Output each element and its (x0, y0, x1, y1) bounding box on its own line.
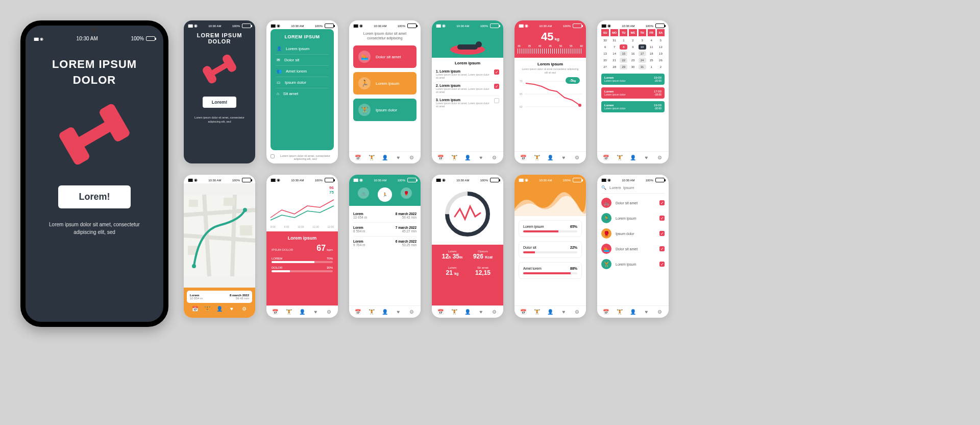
calendar-day[interactable]: 1 (620, 38, 627, 43)
item-check[interactable]: ✓ (494, 84, 499, 89)
filter-check[interactable]: ✓ (659, 231, 665, 236)
consent-checkbox[interactable] (271, 154, 275, 158)
nav-calendar-icon[interactable]: 📅 (268, 309, 282, 315)
calendar-day[interactable]: 26 (657, 58, 665, 63)
event-item[interactable]: LoremLorem ipsum dolor19:00-20:00 (601, 101, 665, 112)
calendar-day[interactable]: 19 (657, 51, 665, 56)
calendar-day[interactable]: 20 (601, 58, 609, 63)
nav-gear-icon[interactable]: ⚙ (653, 155, 667, 160)
calendar-day[interactable]: 5 (657, 38, 665, 43)
map-view[interactable] (184, 183, 255, 288)
nav-gear-icon[interactable]: ⚙ (238, 306, 250, 312)
calendar-day[interactable]: 21 (610, 58, 618, 63)
calendar-day[interactable]: 7 (610, 44, 618, 50)
calendar-day[interactable]: 28 (610, 64, 618, 69)
calendar-day[interactable]: 17 (639, 51, 646, 56)
filter-check[interactable]: ✓ (659, 246, 665, 251)
plan-item[interactable]: 1. Lorem ipsumLorem ipsum dolor sit amet… (436, 67, 499, 82)
nav-heart-icon[interactable]: ♥ (640, 309, 653, 315)
nav-calendar-icon[interactable]: 📅 (434, 309, 447, 315)
nav-calendar-icon[interactable]: 📅 (599, 309, 612, 315)
nav-calendar-icon[interactable]: 📅 (599, 155, 612, 160)
nav-dumbbell-icon[interactable]: 🏋 (282, 309, 295, 315)
calendar-day[interactable]: 3 (639, 38, 646, 43)
nav-dumbbell-icon[interactable]: 🏋 (201, 306, 213, 312)
nav-dumbbell-icon[interactable]: 🏋 (530, 309, 543, 315)
field-email[interactable]: ✉Dolor sit (276, 55, 329, 66)
cta-button[interactable]: Lorem! (203, 97, 237, 108)
nav-dumbbell-icon[interactable]: 🏋 (447, 309, 460, 315)
calendar-day[interactable]: 2 (629, 38, 636, 43)
tab-run-icon[interactable]: 🏃 (378, 187, 392, 202)
nav-user-icon[interactable]: 👤 (544, 309, 557, 315)
filter-row[interactable]: 🏃Lorem ipsum✓ (601, 213, 665, 223)
nav-heart-icon[interactable]: ♥ (640, 155, 653, 160)
calendar-day[interactable]: 24 (639, 58, 646, 63)
field-social[interactable]: 👥Amet lorem (276, 66, 329, 77)
calendar-day[interactable]: 15 (620, 51, 627, 56)
nav-user-icon[interactable]: 👤 (626, 309, 640, 315)
event-item[interactable]: LoremLorem ipsum dolor19:00-20:00 (601, 74, 665, 85)
nav-heart-icon[interactable]: ♥ (557, 309, 570, 315)
field-card[interactable]: ▭Ipsum dolor (276, 77, 329, 88)
calendar-day[interactable]: 18 (648, 51, 655, 56)
calendar-day[interactable]: 16 (629, 51, 636, 56)
item-check[interactable] (494, 98, 499, 103)
plan-item[interactable]: 2. Lorem ipsumLorem ipsum dolor sit amet… (436, 82, 499, 96)
calendar-day[interactable]: 31 (639, 64, 646, 69)
nav-gear-icon[interactable]: ⚙ (323, 309, 336, 315)
nav-gear-icon[interactable]: ⚙ (571, 309, 584, 315)
nav-user-icon[interactable]: 👤 (461, 155, 474, 160)
nav-user-icon[interactable]: 👤 (378, 155, 391, 160)
filter-check[interactable]: ✓ (659, 262, 665, 267)
plan-item[interactable]: 3. Lorem ipsumLorem ipsum dolor sit amet… (436, 96, 499, 110)
calendar-day[interactable]: 31 (610, 38, 618, 43)
category-run[interactable]: 🏃Lorem ipsum (353, 72, 416, 95)
calendar-day[interactable]: 8 (620, 44, 627, 50)
nav-calendar-icon[interactable]: 📅 (517, 309, 530, 315)
filter-row[interactable]: 🥊Ipsum dolor✓ (601, 228, 665, 239)
filter-check[interactable]: ✓ (659, 200, 665, 205)
nav-dumbbell-icon[interactable]: 🏋 (364, 309, 378, 315)
event-item[interactable]: LoremLorem ipsum dolor17:00-18:00 (601, 87, 665, 99)
nav-heart-icon[interactable]: ♥ (391, 309, 405, 315)
search-input[interactable] (609, 185, 665, 190)
nav-calendar-icon[interactable]: 📅 (517, 155, 530, 160)
nav-user-icon[interactable]: 👤 (626, 155, 640, 160)
calendar-day[interactable]: 22 (620, 58, 627, 63)
progress-card[interactable]: Dolor sit22% (519, 241, 582, 258)
tab-box-icon[interactable]: 🥊 (401, 187, 412, 199)
progress-card[interactable]: Amet lorem88% (519, 262, 582, 279)
nav-gear-icon[interactable]: ⚙ (653, 309, 667, 315)
nav-calendar-icon[interactable]: 📅 (189, 306, 201, 312)
nav-user-icon[interactable]: 👤 (544, 155, 557, 160)
nav-gear-icon[interactable]: ⚙ (571, 155, 584, 160)
nav-heart-icon[interactable]: ♥ (391, 155, 405, 160)
consent-row[interactable]: Lorem ipsum dolor sit amet, consectetur … (271, 154, 334, 160)
ruler[interactable]: 30354045505560 (514, 44, 586, 48)
category-swim[interactable]: 🏊Dolor sit amet (353, 45, 416, 68)
nav-calendar-icon[interactable]: 📅 (434, 155, 447, 160)
search-row[interactable]: 🔍 (601, 183, 665, 194)
category-gym[interactable]: 🏋Ipsum dolor (353, 99, 416, 121)
log-row[interactable]: Lorem8 594 m7 march 202245:27 min (353, 223, 416, 237)
calendar-day[interactable]: 9 (629, 44, 636, 50)
field-home[interactable]: ⌂Sit amet (276, 88, 329, 99)
nav-gear-icon[interactable]: ⚙ (405, 309, 419, 315)
nav-gear-icon[interactable]: ⚙ (405, 155, 419, 160)
calendar-body[interactable]: 3031123456789101112131415161718192021222… (601, 38, 665, 69)
nav-user-icon[interactable]: 👤 (461, 309, 474, 315)
tab-bike-icon[interactable]: 🚲 (358, 187, 369, 199)
log-row[interactable]: Lorem9 764 m6 march 202253:25 min (353, 237, 416, 250)
calendar-day[interactable]: 1 (648, 64, 655, 69)
nav-gear-icon[interactable]: ⚙ (488, 155, 501, 160)
calendar-day[interactable]: 27 (601, 64, 609, 69)
nav-dumbbell-icon[interactable]: 🏋 (530, 155, 543, 160)
item-check[interactable]: ✓ (494, 69, 499, 75)
calendar-day[interactable]: 30 (601, 38, 609, 43)
calendar-day[interactable]: 13 (601, 51, 609, 56)
nav-dumbbell-icon[interactable]: 🏋 (447, 155, 460, 160)
nav-heart-icon[interactable]: ♥ (309, 309, 322, 315)
calendar-day[interactable]: 23 (629, 58, 636, 63)
nav-calendar-icon[interactable]: 📅 (351, 309, 364, 315)
